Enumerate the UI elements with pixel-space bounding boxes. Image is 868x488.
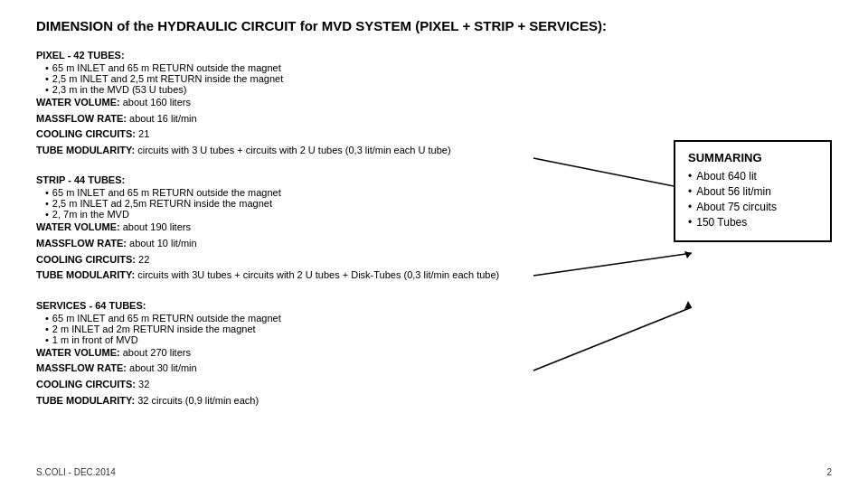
bullet-item: 1 m in front of MVD — [45, 334, 814, 345]
info-line: MASSFLOW RATE: about 30 lit/min — [36, 361, 814, 377]
section-services: SERVICES - 64 TUBES:65 m INLET and 65 m … — [36, 300, 814, 408]
footer: S.COLI - DEC.2014 — [36, 467, 116, 477]
page-title: DIMENSION of the HYDRAULIC CIRCUIT for M… — [36, 18, 832, 33]
section-heading-pixel: PIXEL - 42 TUBES: — [36, 50, 814, 61]
summaring-items: About 640 litAbout 56 lit/minAbout 75 ci… — [688, 170, 817, 229]
summaring-box: SUMMARING About 640 litAbout 56 lit/minA… — [674, 140, 832, 242]
summaring-title: SUMMARING — [688, 151, 817, 164]
info-line: TUBE MODULARITY: 32 circuits (0,9 lit/mi… — [36, 393, 814, 409]
page: DIMENSION of the HYDRAULIC CIRCUIT for M… — [0, 0, 868, 488]
info-line: TUBE MODULARITY: circuits with 3U tubes … — [36, 267, 814, 284]
summaring-item: About 75 circuits — [688, 201, 817, 213]
summaring-item: 150 Tubes — [688, 216, 817, 229]
bullet-item: 2,3 m in the MVD (53 U tubes) — [45, 84, 814, 95]
info-line: WATER VOLUME: about 160 liters — [36, 95, 814, 111]
info-line: COOLING CIRCUITS: 22 — [36, 252, 814, 268]
info-line: WATER VOLUME: about 270 liters — [36, 345, 814, 361]
info-line: COOLING CIRCUITS: 32 — [36, 377, 814, 393]
bullet-item: 2 m INLET ad 2m RETURN inside the magnet — [45, 324, 814, 334]
bullet-item: 65 m INLET and 65 m RETURN outside the m… — [45, 62, 814, 73]
summaring-item: About 640 lit — [688, 170, 817, 183]
summaring-item: About 56 lit/min — [688, 185, 817, 198]
bullet-item: 2,5 m INLET and 2,5 mt RETURN inside the… — [45, 73, 814, 84]
info-line: MASSFLOW RATE: about 16 lit/min — [36, 111, 814, 127]
bullet-item: 65 m INLET and 65 m RETURN outside the m… — [45, 313, 814, 324]
page-number: 2 — [826, 467, 832, 477]
section-heading-services: SERVICES - 64 TUBES: — [36, 300, 814, 311]
